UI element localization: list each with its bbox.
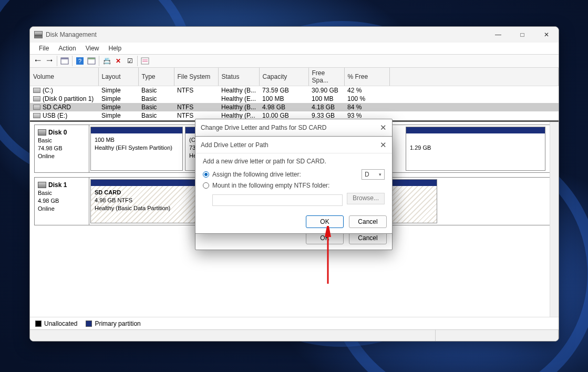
delete-icon[interactable]: ✕ (112, 55, 124, 67)
ok-button[interactable]: OK (306, 215, 344, 228)
titlebar[interactable]: Disk Management — □ ✕ (30, 27, 559, 43)
show-hide-icon[interactable] (59, 55, 70, 67)
table-row[interactable]: SD CARDSimpleBasicNTFSHealthy (B...4.98 … (30, 103, 559, 111)
table-row[interactable]: (Disk 0 partition 1)SimpleBasicHealthy (… (30, 95, 559, 103)
menu-view[interactable]: View (81, 44, 104, 53)
browse-button: Browse... (347, 193, 385, 204)
dialog-change-title: Change Drive Letter and Paths for SD CAR… (201, 124, 326, 131)
toolbar: ⭠ ⭢ ? 📇 ✕ ☑ (30, 54, 559, 68)
back-icon[interactable]: ⭠ (32, 55, 44, 67)
maximize-button[interactable]: □ (510, 27, 534, 43)
svg-rect-5 (88, 58, 95, 59)
menubar: File Action View Help (30, 43, 559, 54)
forward-icon[interactable]: ⭢ (44, 55, 55, 67)
volume-table: Volume Layout Type File System Status Ca… (30, 68, 559, 120)
dialog-add-title: Add Drive Letter or Path (201, 141, 269, 149)
radio-assign-letter[interactable] (203, 171, 209, 178)
radio-mount-folder[interactable] (203, 182, 209, 189)
svg-text:?: ? (78, 58, 81, 64)
menu-help[interactable]: Help (104, 44, 127, 53)
partition[interactable]: 100 MBHealthy (EFI System Partition) (90, 127, 183, 171)
app-icon (34, 31, 43, 38)
statusbar (30, 329, 559, 341)
list-icon[interactable] (139, 55, 151, 67)
dialog-subtitle: Add a new drive letter or path for SD CA… (203, 158, 385, 165)
refresh-icon[interactable] (86, 55, 97, 67)
legend: Unallocated Primary partition (30, 317, 559, 329)
close-icon[interactable]: ✕ (380, 140, 387, 150)
cancel-button[interactable]: Cancel (349, 215, 387, 228)
window-title: Disk Management (46, 31, 97, 38)
svg-rect-6 (141, 58, 149, 64)
volume-list-pane: Volume Layout Type File System Status Ca… (30, 68, 559, 120)
menu-file[interactable]: File (34, 44, 54, 53)
legend-primary-swatch (86, 321, 92, 327)
close-button[interactable]: ✕ (534, 27, 559, 43)
scrollbar-vertical[interactable] (550, 122, 559, 317)
minimize-button[interactable]: — (486, 27, 510, 43)
settings-icon[interactable]: 📇 (101, 55, 112, 67)
legend-unallocated-swatch (35, 321, 42, 327)
help-icon[interactable]: ? (74, 55, 86, 67)
partition[interactable]: 1.29 GB (406, 127, 545, 171)
close-icon[interactable]: ✕ (380, 123, 387, 132)
properties-icon[interactable]: ☑ (124, 55, 136, 67)
mount-path-input (212, 194, 343, 206)
svg-rect-1 (61, 58, 68, 59)
drive-letter-dropdown[interactable]: D▾ (362, 169, 385, 180)
menu-action[interactable]: Action (54, 44, 80, 53)
dialog-add-letter: Add Drive Letter or Path ✕ Add a new dri… (195, 136, 393, 234)
table-row[interactable]: (C:)SimpleBasicNTFSHealthy (B...73.59 GB… (30, 86, 559, 95)
volume-table-header[interactable]: Volume Layout Type File System Status Ca… (30, 68, 559, 86)
